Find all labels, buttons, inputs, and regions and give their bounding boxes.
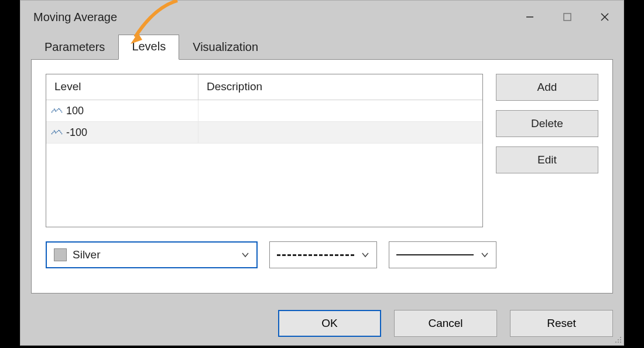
- resize-grip-icon[interactable]: [613, 335, 622, 344]
- reset-button[interactable]: Reset: [510, 310, 613, 337]
- dialog-buttons: OK Cancel Reset: [278, 310, 613, 337]
- svg-rect-1: [564, 13, 571, 21]
- color-name: Silver: [73, 248, 101, 261]
- line-width-dropdown[interactable]: [389, 241, 496, 268]
- moving-average-dialog: Moving Average Parameters Levels Visuali…: [20, 0, 624, 346]
- level-value: 100: [66, 105, 84, 117]
- svg-point-8: [618, 342, 619, 343]
- column-header-level[interactable]: Level: [46, 74, 198, 100]
- levels-table[interactable]: Level Description 100: [46, 74, 483, 227]
- svg-point-5: [618, 339, 619, 340]
- close-button[interactable]: [586, 1, 624, 33]
- line-style-dropdown[interactable]: [269, 241, 377, 268]
- solid-line-icon: [396, 254, 474, 255]
- chevron-down-icon: [481, 251, 489, 259]
- table-header: Level Description: [46, 74, 482, 100]
- style-controls: Silver: [46, 241, 598, 268]
- ok-button[interactable]: OK: [278, 310, 381, 337]
- tab-levels[interactable]: Levels: [118, 35, 179, 60]
- tab-parameters[interactable]: Parameters: [31, 35, 118, 60]
- level-line-icon: [51, 107, 61, 115]
- minimize-button[interactable]: [511, 1, 549, 33]
- svg-point-7: [615, 342, 616, 343]
- dashed-line-icon: [277, 254, 354, 256]
- color-swatch-icon: [54, 248, 67, 261]
- side-buttons: Add Delete Edit: [496, 74, 598, 227]
- chevron-down-icon: [361, 251, 369, 259]
- color-dropdown[interactable]: Silver: [46, 241, 258, 268]
- edit-button[interactable]: Edit: [496, 146, 598, 173]
- svg-point-9: [620, 342, 621, 343]
- table-row[interactable]: 100: [46, 100, 482, 122]
- svg-point-6: [620, 339, 621, 340]
- level-line-icon: [51, 128, 61, 137]
- chevron-down-icon: [241, 251, 249, 259]
- svg-point-4: [620, 337, 621, 338]
- delete-button[interactable]: Delete: [496, 110, 598, 137]
- titlebar: Moving Average: [20, 1, 624, 33]
- level-value: -100: [66, 127, 87, 139]
- window-title: Moving Average: [33, 11, 117, 24]
- levels-panel: Level Description 100: [31, 59, 613, 294]
- window-controls: [511, 1, 624, 33]
- column-header-description[interactable]: Description: [198, 74, 482, 100]
- cancel-button[interactable]: Cancel: [394, 310, 497, 337]
- tab-strip: Parameters Levels Visualization: [20, 33, 624, 59]
- tab-visualization[interactable]: Visualization: [179, 35, 272, 60]
- add-button[interactable]: Add: [496, 74, 598, 101]
- maximize-button[interactable]: [549, 1, 586, 33]
- table-row[interactable]: -100: [46, 122, 482, 144]
